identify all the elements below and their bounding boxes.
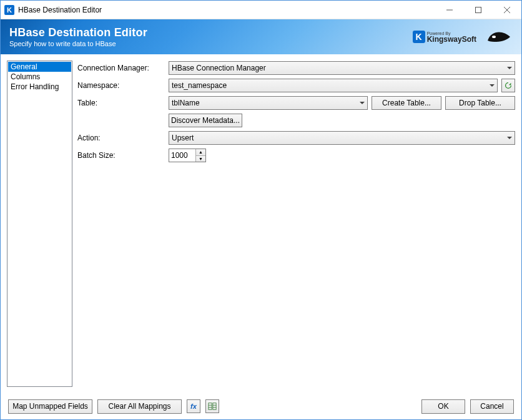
action-label: Action: [77,134,165,142]
connection-manager-label: Connection Manager: [77,64,165,72]
spin-up-button[interactable]: ▲ [196,149,205,156]
batch-size-field[interactable] [169,149,195,162]
sidebar-item-error-handling[interactable]: Error Handling [8,82,71,92]
svg-rect-5 [209,403,212,410]
chevron-down-icon [507,137,512,139]
map-unmapped-fields-button[interactable]: Map Unmapped Fields [8,399,92,414]
app-icon: K [4,5,14,15]
minimize-button[interactable] [435,1,464,19]
namespace-combo[interactable]: test_namespace [169,79,498,92]
namespace-value: test_namespace [172,81,227,90]
kingswaysoft-logo: K Powered By KingswaySoft [413,31,476,43]
footer: Map Unmapped Fields Clear All Mappings f… [1,393,521,419]
chevron-down-icon [507,67,512,69]
banner-subtitle: Specify how to write data to HBase [9,40,147,47]
action-value: Upsert [172,134,194,142]
cancel-button[interactable]: Cancel [470,399,514,414]
header-banner: HBase Destination Editor Specify how to … [1,19,521,54]
logo-tile: K [413,31,425,43]
batch-size-input[interactable]: ▲ ▼ [169,149,206,162]
svg-point-4 [492,36,496,38]
window-title: HBase Destination Editor [18,6,102,14]
fx-icon: fx [190,403,197,410]
connection-manager-combo[interactable]: HBase Connection Manager [169,61,515,75]
close-button[interactable] [493,1,521,19]
titlebar: K HBase Destination Editor [1,1,521,19]
table-value: tblName [172,99,200,107]
maximize-button[interactable] [464,1,493,19]
spin-down-button[interactable]: ▼ [196,156,205,162]
table-label: Table: [77,99,165,107]
sidebar-item-columns[interactable]: Columns [8,72,71,82]
banner-title: HBase Destination Editor [9,26,147,39]
action-combo[interactable]: Upsert [169,131,515,145]
columns-tool-button[interactable] [205,399,219,413]
content-area: General Columns Error Handling Connectio… [1,54,521,393]
discover-metadata-button[interactable]: Discover Metadata... [169,114,242,127]
sidebar: General Columns Error Handling [7,61,72,387]
table-combo[interactable]: tblName [169,96,368,110]
svg-rect-6 [213,403,216,410]
form-area: Connection Manager: HBase Connection Man… [77,61,515,387]
chevron-down-icon [490,84,495,87]
create-table-button[interactable]: Create Table... [372,96,441,110]
orca-icon [485,28,513,46]
refresh-namespace-button[interactable] [501,79,515,92]
namespace-label: Namespace: [77,81,165,90]
kingswaysoft-label: KingswaySoft [427,36,476,43]
batch-size-label: Batch Size: [77,151,165,160]
connection-manager-value: HBase Connection Manager [172,64,266,72]
sidebar-item-general[interactable]: General [8,62,71,72]
chevron-down-icon [360,102,365,104]
fx-button[interactable]: fx [187,399,200,413]
ok-button[interactable]: OK [421,399,465,414]
svg-rect-1 [476,7,481,12]
app-icon-letter: K [7,6,12,14]
drop-table-button[interactable]: Drop Table... [445,96,515,110]
clear-all-mappings-button[interactable]: Clear All Mappings [97,399,182,414]
